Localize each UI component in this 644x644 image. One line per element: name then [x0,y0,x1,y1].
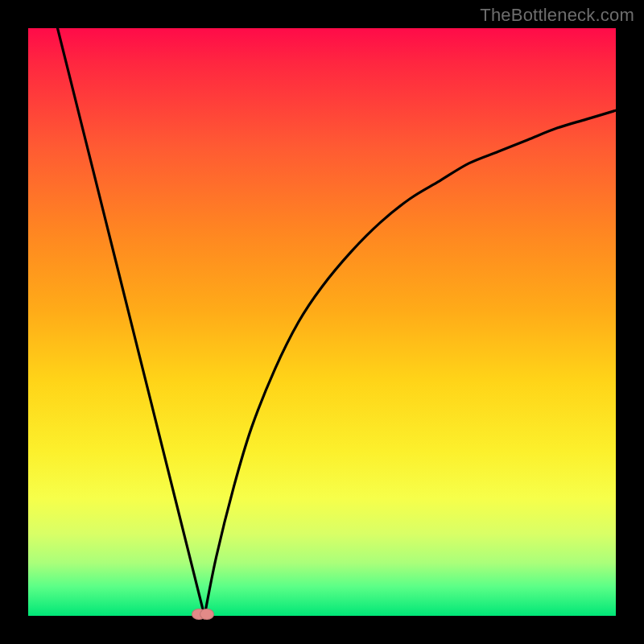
plot-area [28,28,616,616]
outer-frame: TheBottleneck.com [0,0,644,644]
curve-right-branch [204,110,616,616]
attribution-text: TheBottleneck.com [480,5,634,26]
curve-layer [28,28,616,616]
curve-left-branch [58,28,205,616]
minimum-marker [200,609,214,620]
